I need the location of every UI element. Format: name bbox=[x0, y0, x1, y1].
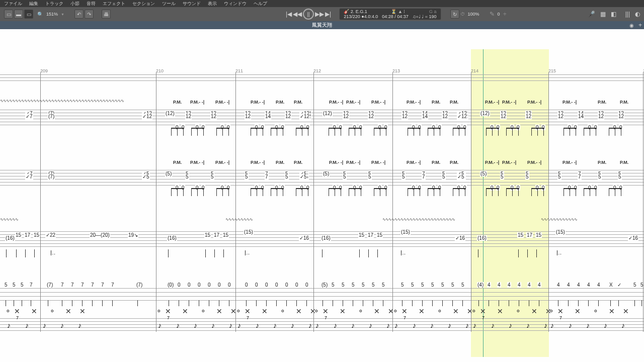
drum-note[interactable]: ⚬ bbox=[515, 307, 521, 315]
fret-number[interactable]: 4 bbox=[497, 282, 501, 288]
drum-note[interactable]: ⚬ bbox=[548, 307, 554, 315]
fret-number[interactable]: 4 bbox=[577, 282, 581, 288]
drum-note[interactable]: ♪ bbox=[473, 321, 476, 329]
fret-number[interactable]: 5 bbox=[500, 174, 504, 179]
fret-number[interactable]: 12 bbox=[401, 114, 408, 119]
fret-number[interactable]: 12 bbox=[185, 114, 192, 119]
drum-note[interactable]: ♪ bbox=[43, 321, 46, 329]
fret-number[interactable]: 5 bbox=[12, 282, 16, 288]
fret-number[interactable]: 12 bbox=[500, 114, 507, 119]
drum-note[interactable]: ⚬ bbox=[313, 307, 319, 315]
fret-number[interactable]: 0 bbox=[227, 282, 231, 288]
skip-end-icon[interactable]: ▶| bbox=[325, 11, 331, 18]
fret-number[interactable]: 7 bbox=[91, 282, 95, 288]
drum-note[interactable]: ✕ bbox=[340, 307, 346, 315]
drum-note[interactable]: ♪ bbox=[334, 321, 337, 329]
fret-number[interactable]: 4 bbox=[517, 282, 521, 288]
fret-number[interactable]: 5 bbox=[557, 174, 561, 179]
menu-file[interactable]: ファイル bbox=[4, 1, 22, 7]
score-area[interactable]: 209210211212213214215216 ∿∿∿∿∿∿∿∿∿∿∿∿∿∿∿… bbox=[0, 29, 644, 362]
drum-note[interactable]: ⚬ bbox=[358, 307, 364, 315]
drum-note[interactable]: ✕ bbox=[323, 307, 329, 315]
speed-value[interactable]: 100% bbox=[466, 12, 481, 17]
skip-start-icon[interactable]: |◀ bbox=[286, 11, 292, 18]
drum-note[interactable]: ⚬ bbox=[392, 307, 398, 315]
fret-number[interactable]: (16) bbox=[477, 235, 487, 241]
fret-number[interactable]: 5 bbox=[331, 282, 335, 288]
menu-tools[interactable]: ツール bbox=[162, 1, 176, 7]
fret-number[interactable]: X bbox=[609, 282, 613, 288]
fret-number[interactable]: 17 bbox=[213, 232, 220, 238]
menu-track[interactable]: トラック bbox=[45, 1, 63, 7]
menu-section[interactable]: セクション bbox=[132, 1, 155, 7]
fret-number[interactable]: (5) bbox=[321, 282, 328, 288]
fret-number[interactable]: (7) bbox=[136, 282, 143, 288]
fret-number[interactable]: 7 bbox=[70, 282, 74, 288]
fret-number[interactable]: 0 bbox=[295, 282, 299, 288]
drum-note[interactable]: ✕ bbox=[216, 307, 222, 315]
fret-number[interactable]: 12 bbox=[343, 114, 349, 119]
drum-note[interactable]: ✕ bbox=[245, 307, 251, 315]
fret-number[interactable]: 0 bbox=[265, 282, 269, 288]
fret-number[interactable]: 4 bbox=[537, 282, 541, 288]
speed-trainer-icon[interactable]: ⏱ bbox=[460, 12, 465, 17]
drum-note[interactable]: ♪ bbox=[413, 321, 416, 329]
fret-number[interactable]: 15 bbox=[376, 232, 383, 238]
fret-number[interactable]: 20—(20) bbox=[90, 232, 110, 238]
drum-note[interactable]: ♪ bbox=[509, 321, 512, 329]
drum-note[interactable]: ✕ bbox=[262, 307, 268, 315]
fret-number[interactable]: 15 bbox=[358, 232, 365, 238]
fret-number[interactable]: 7 bbox=[101, 282, 105, 288]
fret-number[interactable]: 5 bbox=[381, 282, 385, 288]
drum-note[interactable]: ♪ bbox=[604, 321, 607, 329]
fret-number[interactable]: 15 bbox=[204, 232, 211, 238]
fret-number[interactable]: 14 bbox=[578, 114, 584, 119]
mixer-icon[interactable]: ||| bbox=[625, 11, 630, 18]
drum-note[interactable]: ♪ bbox=[586, 321, 590, 329]
fret-number[interactable]: 5 bbox=[341, 282, 345, 288]
fret-number[interactable]: 4 bbox=[487, 282, 491, 288]
layout-screen-icon[interactable]: ▬ bbox=[14, 10, 23, 19]
fret-number[interactable]: 5 bbox=[361, 282, 365, 288]
fret-number[interactable]: 7 bbox=[578, 174, 582, 179]
fret-number[interactable]: 5 bbox=[368, 174, 372, 179]
fret-number[interactable]: ✓7 bbox=[25, 174, 33, 179]
drum-note[interactable]: ♪ bbox=[315, 321, 319, 329]
fret-number[interactable]: 7 bbox=[111, 282, 115, 288]
fret-number[interactable]: (7) bbox=[48, 114, 55, 119]
fret-number[interactable]: 12 bbox=[442, 114, 448, 119]
fret-number[interactable]: 5 bbox=[411, 282, 415, 288]
fret-number[interactable]: ✓12 bbox=[457, 114, 467, 119]
drum-note[interactable]: ♪ bbox=[544, 321, 547, 329]
fret-number[interactable]: ✓22 bbox=[45, 232, 56, 238]
fret-number[interactable]: 12 bbox=[368, 114, 374, 119]
drum-note[interactable]: ✕ bbox=[419, 307, 425, 315]
drum-note[interactable]: ✕ bbox=[480, 307, 486, 315]
fret-number[interactable]: 0 bbox=[187, 282, 191, 288]
fret-number[interactable]: (0) bbox=[167, 282, 174, 288]
fret-number[interactable]: 4 bbox=[507, 282, 511, 288]
drum-note[interactable]: ⚬ bbox=[280, 307, 286, 315]
fret-number[interactable]: 5 bbox=[442, 174, 446, 179]
fret-number[interactable]: (12) bbox=[323, 111, 333, 116]
fret-number[interactable]: 12 bbox=[618, 114, 624, 119]
track-name[interactable]: 🎸 2. E.G.1 bbox=[344, 9, 367, 14]
drum-note[interactable]: ⚬ bbox=[200, 307, 206, 315]
pause-button[interactable]: || bbox=[303, 9, 314, 20]
fret-number[interactable]: 17 bbox=[526, 232, 533, 238]
drum-note[interactable]: ♪ bbox=[25, 321, 29, 329]
fret-number[interactable]: 5 bbox=[20, 282, 24, 288]
fret-number[interactable]: 5 bbox=[461, 282, 465, 288]
drum-note[interactable]: ♪ bbox=[194, 321, 197, 329]
settings-icon[interactable]: ◐ bbox=[635, 11, 640, 18]
drum-note[interactable]: ✕ bbox=[401, 307, 408, 315]
drum-note[interactable]: ♪ bbox=[448, 321, 451, 329]
drum-note[interactable]: ♪ bbox=[273, 321, 277, 329]
drum-note[interactable]: ♪ bbox=[60, 321, 64, 329]
menu-effect[interactable]: エフェクト bbox=[103, 1, 125, 7]
fret-number[interactable]: 15 bbox=[33, 232, 40, 238]
fret-number[interactable]: 5 bbox=[525, 174, 529, 179]
track-settings-icon[interactable]: ◉ bbox=[629, 23, 634, 28]
fret-number[interactable]: (4) bbox=[477, 282, 484, 288]
fret-number[interactable]: ✓16 bbox=[455, 235, 465, 241]
